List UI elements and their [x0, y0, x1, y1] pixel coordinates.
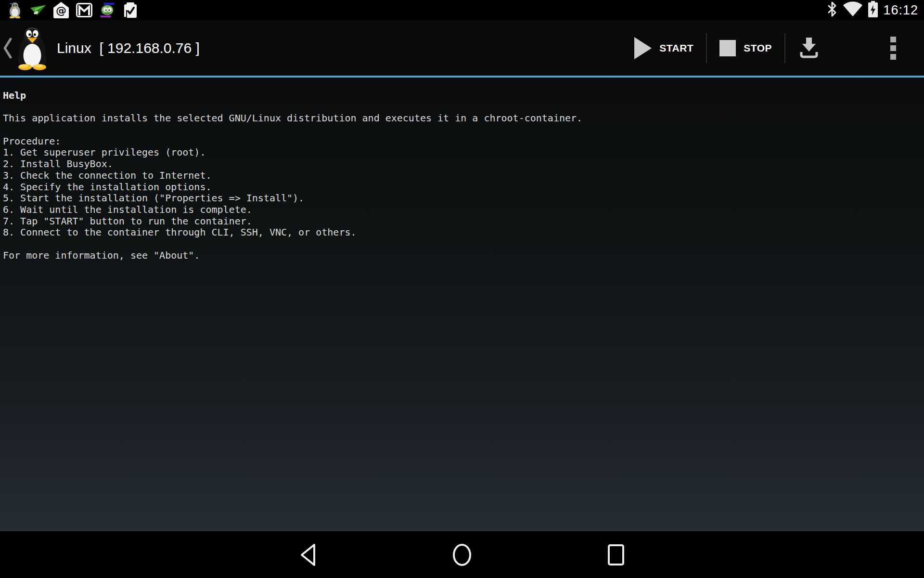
download-icon — [798, 36, 820, 60]
help-line: 8. Connect to the container through CLI,… — [3, 227, 919, 238]
clock: 16:12 — [883, 3, 920, 18]
help-line: 1. Get superuser privileges (root). — [3, 147, 919, 158]
bluetooth-icon — [826, 1, 838, 19]
help-line: Procedure: — [3, 136, 919, 147]
at-home-icon: @ — [53, 2, 69, 18]
overflow-icon — [890, 54, 896, 60]
status-bar[interactable]: @ — [0, 0, 924, 20]
help-line: For more information, see "About". — [3, 250, 919, 262]
help-line: 2. Install BusyBox. — [3, 158, 919, 170]
nav-recents-button[interactable] — [539, 531, 693, 578]
nav-back-button[interactable] — [231, 531, 385, 578]
navigation-bar — [0, 531, 924, 578]
nav-back-icon — [300, 543, 316, 566]
up-navigation[interactable]: Linux [ 192.168.0.76 ] — [0, 20, 200, 76]
svg-text:@: @ — [56, 4, 66, 16]
play-icon — [634, 37, 652, 59]
gmail-icon — [76, 2, 92, 18]
battery-charging-icon — [868, 0, 878, 20]
help-line — [3, 102, 919, 113]
clipboard-check-icon — [122, 2, 139, 18]
stop-icon — [719, 40, 736, 56]
system-status-icons: 16:12 — [826, 0, 920, 20]
start-button[interactable]: START — [622, 20, 706, 76]
help-line: 3. Check the connection to Internet. — [3, 170, 919, 182]
tux-logo-icon — [14, 26, 50, 70]
help-line — [3, 124, 919, 136]
help-line: 7. Tap "START" button to run the contain… — [3, 216, 919, 227]
stop-button-label: STOP — [744, 42, 772, 54]
paper-plane-icon — [30, 2, 46, 18]
nav-home-button[interactable] — [385, 531, 539, 578]
tux-notification-icon — [7, 2, 23, 18]
wifi-icon — [843, 1, 863, 19]
overflow-icon — [890, 37, 896, 42]
help-line: 5. Start the installation ("Properties =… — [3, 193, 919, 204]
green-face-arrows-icon — [99, 2, 116, 18]
back-chevron-icon — [3, 37, 13, 59]
stop-button[interactable]: STOP — [707, 20, 784, 76]
app-title: Linux [ 192.168.0.76 ] — [57, 40, 200, 56]
nav-recents-icon — [606, 543, 626, 566]
overflow-icon — [890, 45, 896, 51]
help-title: Help — [3, 90, 919, 102]
action-bar-buttons: START STOP — [622, 20, 924, 76]
notification-icons: @ — [7, 0, 139, 20]
action-bar: Linux [ 192.168.0.76 ] START STOP — [0, 20, 924, 76]
download-button[interactable] — [785, 20, 833, 76]
android-screen: @ — [0, 0, 924, 578]
help-line: This application installs the selected G… — [3, 113, 919, 124]
nav-home-icon — [451, 543, 473, 567]
overflow-menu-button[interactable] — [879, 37, 908, 60]
start-button-label: START — [659, 42, 693, 54]
help-content: Help This application installs the selec… — [0, 78, 924, 531]
help-line: 4. Specify the installation options. — [3, 182, 919, 193]
help-line — [3, 238, 919, 250]
help-line: 6. Wait until the installation is comple… — [3, 204, 919, 216]
